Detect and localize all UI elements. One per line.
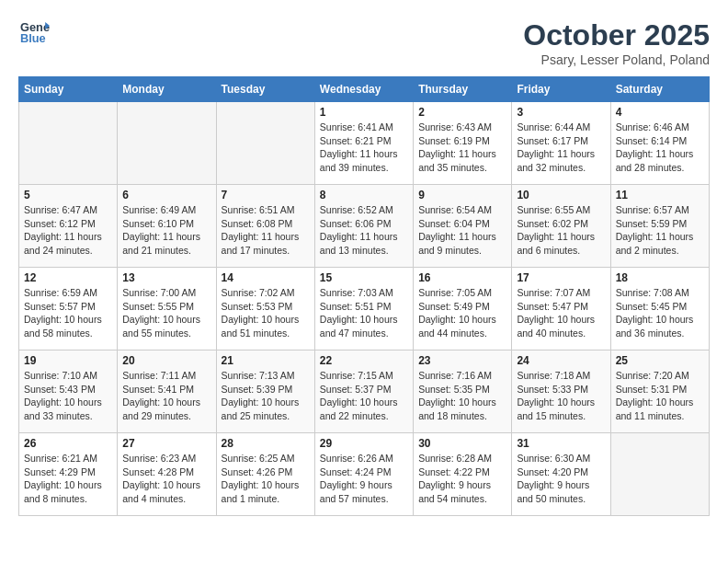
- day-cell: 8Sunrise: 6:52 AMSunset: 6:06 PMDaylight…: [314, 185, 413, 268]
- day-cell: 2Sunrise: 6:43 AMSunset: 6:19 PMDaylight…: [414, 102, 512, 185]
- week-row: 19Sunrise: 7:10 AMSunset: 5:43 PMDayligh…: [19, 350, 710, 433]
- day-number: 27: [122, 437, 210, 450]
- weekday-header: Saturday: [610, 77, 709, 102]
- day-info: Sunrise: 6:21 AMSunset: 4:29 PMDaylight:…: [24, 452, 112, 506]
- day-cell: 7Sunrise: 6:51 AMSunset: 6:08 PMDaylight…: [216, 185, 314, 268]
- day-number: 11: [616, 189, 704, 201]
- day-cell: 17Sunrise: 7:07 AMSunset: 5:47 PMDayligh…: [512, 268, 610, 350]
- day-info: Sunrise: 6:57 AMSunset: 5:59 PMDaylight:…: [616, 203, 704, 258]
- day-cell: 26Sunrise: 6:21 AMSunset: 4:29 PMDayligh…: [19, 433, 118, 516]
- day-cell: 29Sunrise: 6:26 AMSunset: 4:24 PMDayligh…: [314, 433, 413, 516]
- day-number: 8: [320, 189, 408, 201]
- day-info: Sunrise: 7:13 AMSunset: 5:39 PMDaylight:…: [222, 369, 310, 423]
- weekday-header: Monday: [118, 77, 216, 102]
- day-number: 5: [24, 189, 112, 201]
- day-number: 3: [517, 106, 605, 119]
- day-info: Sunrise: 7:10 AMSunset: 5:43 PMDaylight:…: [24, 369, 112, 423]
- day-number: 26: [24, 437, 112, 450]
- logo-icon: General Blue: [20, 18, 50, 48]
- week-row: 12Sunrise: 6:59 AMSunset: 5:57 PMDayligh…: [19, 268, 710, 350]
- week-row: 5Sunrise: 6:47 AMSunset: 6:12 PMDaylight…: [19, 185, 710, 268]
- day-number: 20: [122, 354, 210, 367]
- day-cell: 19Sunrise: 7:10 AMSunset: 5:43 PMDayligh…: [19, 350, 118, 433]
- day-cell: [216, 102, 314, 185]
- location: Psary, Lesser Poland, Poland: [523, 52, 710, 67]
- day-cell: 5Sunrise: 6:47 AMSunset: 6:12 PMDaylight…: [19, 185, 118, 268]
- day-number: 12: [24, 271, 112, 284]
- day-cell: 15Sunrise: 7:03 AMSunset: 5:51 PMDayligh…: [314, 268, 413, 350]
- day-cell: [118, 102, 216, 185]
- day-number: 15: [320, 271, 408, 284]
- day-info: Sunrise: 7:16 AMSunset: 5:35 PMDaylight:…: [418, 369, 506, 423]
- day-number: 13: [122, 271, 210, 284]
- day-number: 6: [122, 189, 210, 201]
- day-number: 18: [616, 271, 704, 284]
- day-info: Sunrise: 7:15 AMSunset: 5:37 PMDaylight:…: [320, 369, 408, 423]
- day-number: 30: [418, 437, 506, 450]
- day-cell: 6Sunrise: 6:49 AMSunset: 6:10 PMDaylight…: [118, 185, 216, 268]
- calendar-table: SundayMondayTuesdayWednesdayThursdayFrid…: [18, 76, 710, 516]
- day-number: 25: [616, 354, 704, 367]
- day-info: Sunrise: 6:59 AMSunset: 5:57 PMDaylight:…: [24, 286, 112, 340]
- day-cell: 13Sunrise: 7:00 AMSunset: 5:55 PMDayligh…: [118, 268, 216, 350]
- day-info: Sunrise: 6:30 AMSunset: 4:20 PMDaylight:…: [517, 452, 605, 506]
- page-header: General Blue October 2025 Psary, Lesser …: [18, 18, 710, 67]
- day-cell: 9Sunrise: 6:54 AMSunset: 6:04 PMDaylight…: [414, 185, 512, 268]
- day-number: 1: [320, 106, 408, 119]
- weekday-header-row: SundayMondayTuesdayWednesdayThursdayFrid…: [19, 77, 710, 102]
- day-number: 7: [222, 189, 310, 201]
- day-cell: 28Sunrise: 6:25 AMSunset: 4:26 PMDayligh…: [216, 433, 314, 516]
- title-block: October 2025 Psary, Lesser Poland, Polan…: [523, 18, 710, 67]
- day-number: 14: [222, 271, 310, 284]
- day-info: Sunrise: 6:46 AMSunset: 6:14 PMDaylight:…: [616, 121, 704, 175]
- day-info: Sunrise: 6:49 AMSunset: 6:10 PMDaylight:…: [122, 203, 210, 258]
- day-info: Sunrise: 6:44 AMSunset: 6:17 PMDaylight:…: [517, 121, 605, 175]
- day-info: Sunrise: 6:55 AMSunset: 6:02 PMDaylight:…: [517, 203, 605, 258]
- day-cell: 30Sunrise: 6:28 AMSunset: 4:22 PMDayligh…: [414, 433, 512, 516]
- day-number: 17: [517, 271, 605, 284]
- day-info: Sunrise: 7:18 AMSunset: 5:33 PMDaylight:…: [517, 369, 605, 423]
- day-number: 29: [320, 437, 408, 450]
- day-cell: 18Sunrise: 7:08 AMSunset: 5:45 PMDayligh…: [610, 268, 709, 350]
- day-number: 16: [418, 271, 506, 284]
- day-info: Sunrise: 7:00 AMSunset: 5:55 PMDaylight:…: [122, 286, 210, 340]
- day-cell: [610, 433, 709, 516]
- day-info: Sunrise: 6:26 AMSunset: 4:24 PMDaylight:…: [320, 452, 408, 506]
- day-cell: 11Sunrise: 6:57 AMSunset: 5:59 PMDayligh…: [610, 185, 709, 268]
- day-info: Sunrise: 7:20 AMSunset: 5:31 PMDaylight:…: [616, 369, 704, 423]
- day-info: Sunrise: 7:11 AMSunset: 5:41 PMDaylight:…: [122, 369, 210, 423]
- day-cell: 10Sunrise: 6:55 AMSunset: 6:02 PMDayligh…: [512, 185, 610, 268]
- logo: General Blue: [18, 18, 50, 48]
- day-number: 21: [222, 354, 310, 367]
- svg-text:Blue: Blue: [20, 31, 46, 45]
- day-number: 22: [320, 354, 408, 367]
- day-number: 24: [517, 354, 605, 367]
- day-cell: 23Sunrise: 7:16 AMSunset: 5:35 PMDayligh…: [414, 350, 512, 433]
- day-info: Sunrise: 6:51 AMSunset: 6:08 PMDaylight:…: [222, 203, 310, 258]
- day-cell: 1Sunrise: 6:41 AMSunset: 6:21 PMDaylight…: [314, 102, 413, 185]
- day-cell: 21Sunrise: 7:13 AMSunset: 5:39 PMDayligh…: [216, 350, 314, 433]
- day-number: 4: [616, 106, 704, 119]
- day-info: Sunrise: 6:43 AMSunset: 6:19 PMDaylight:…: [418, 121, 506, 175]
- day-cell: 25Sunrise: 7:20 AMSunset: 5:31 PMDayligh…: [610, 350, 709, 433]
- day-info: Sunrise: 7:02 AMSunset: 5:53 PMDaylight:…: [222, 286, 310, 340]
- day-cell: 4Sunrise: 6:46 AMSunset: 6:14 PMDaylight…: [610, 102, 709, 185]
- day-number: 10: [517, 189, 605, 201]
- day-number: 23: [418, 354, 506, 367]
- weekday-header: Thursday: [414, 77, 512, 102]
- day-cell: 27Sunrise: 6:23 AMSunset: 4:28 PMDayligh…: [118, 433, 216, 516]
- week-row: 1Sunrise: 6:41 AMSunset: 6:21 PMDaylight…: [19, 102, 710, 185]
- day-cell: 16Sunrise: 7:05 AMSunset: 5:49 PMDayligh…: [414, 268, 512, 350]
- day-cell: 20Sunrise: 7:11 AMSunset: 5:41 PMDayligh…: [118, 350, 216, 433]
- day-cell: 24Sunrise: 7:18 AMSunset: 5:33 PMDayligh…: [512, 350, 610, 433]
- day-number: 19: [24, 354, 112, 367]
- day-info: Sunrise: 6:47 AMSunset: 6:12 PMDaylight:…: [24, 203, 112, 258]
- day-number: 28: [222, 437, 310, 450]
- weekday-header: Tuesday: [216, 77, 314, 102]
- weekday-header: Sunday: [19, 77, 118, 102]
- day-cell: 22Sunrise: 7:15 AMSunset: 5:37 PMDayligh…: [314, 350, 413, 433]
- day-info: Sunrise: 6:54 AMSunset: 6:04 PMDaylight:…: [418, 203, 506, 258]
- weekday-header: Wednesday: [314, 77, 413, 102]
- day-info: Sunrise: 7:07 AMSunset: 5:47 PMDaylight:…: [517, 286, 605, 340]
- day-info: Sunrise: 6:41 AMSunset: 6:21 PMDaylight:…: [320, 121, 408, 175]
